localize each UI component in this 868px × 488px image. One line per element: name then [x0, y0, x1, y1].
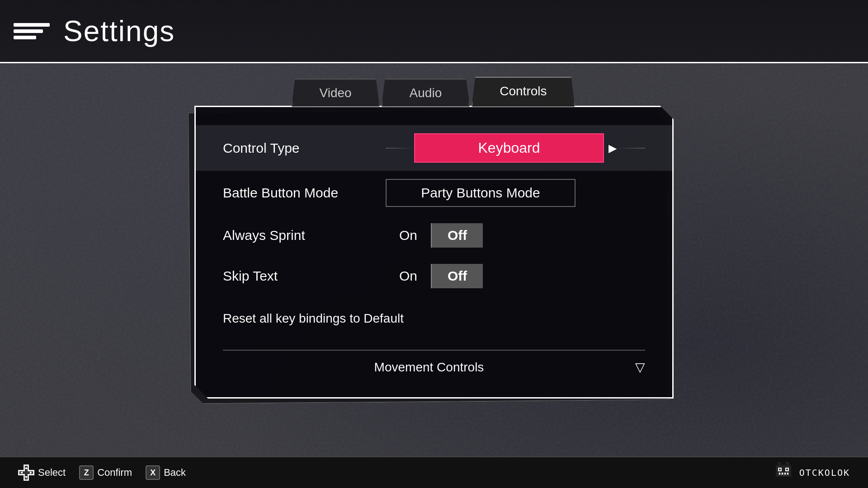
always-sprint-toggle: On Off: [386, 223, 483, 248]
movement-section: Movement Controls ▽: [223, 350, 645, 375]
page-title: Settings: [63, 14, 175, 48]
battle-button-mode-row: Battle Button Mode Party Buttons Mode: [223, 171, 645, 215]
control-type-label: Control Type: [223, 141, 368, 156]
tab-video[interactable]: Video: [292, 79, 380, 107]
skip-text-control: On Off: [386, 264, 645, 288]
svg-rect-13: [779, 473, 780, 474]
movement-controls-label: Movement Controls: [223, 360, 635, 375]
always-sprint-label: Always Sprint: [223, 228, 368, 243]
bottom-bar: Select Z Confirm X Back: [0, 456, 868, 488]
back-key-badge: X: [146, 465, 160, 480]
always-sprint-off[interactable]: Off: [431, 223, 483, 248]
dpad-icon: [18, 465, 34, 481]
svg-rect-14: [782, 473, 783, 474]
header-logo: Settings: [14, 14, 175, 48]
main-content: Video Audio Controls Control Type Keyboa…: [90, 77, 778, 447]
settings-panel: Control Type Keyboard ▶ Battle Button Mo…: [194, 106, 674, 399]
logo-text: OTCKOLOK: [799, 467, 850, 478]
battle-button-mode-label: Battle Button Mode: [223, 185, 368, 201]
battle-button-mode-control: Party Buttons Mode: [386, 179, 645, 207]
svg-rect-10: [779, 469, 781, 470]
back-label: Back: [164, 467, 186, 479]
svg-rect-20: [786, 462, 789, 464]
stripe-1: [14, 23, 50, 27]
selector-arrow-right: ▶: [609, 142, 617, 155]
control-type-control: Keyboard ▶: [386, 133, 645, 163]
reset-row: Reset all key bindings to Default: [223, 296, 645, 341]
confirm-key-badge: Z: [79, 465, 94, 480]
scroll-down-icon[interactable]: ▽: [635, 360, 645, 375]
panel-wrapper: Control Type Keyboard ▶ Battle Button Mo…: [194, 107, 674, 399]
bottom-logo: OTCKOLOK: [772, 461, 850, 484]
back-control: X Back: [146, 465, 186, 480]
confirm-control: Z Confirm: [79, 465, 132, 480]
always-sprint-row: Always Sprint On Off: [223, 215, 645, 256]
skip-text-toggle: On Off: [386, 264, 483, 288]
svg-rect-15: [784, 473, 786, 474]
battle-button-mode-value[interactable]: Party Buttons Mode: [386, 179, 576, 207]
stripe-3: [14, 36, 36, 39]
control-type-row: Control Type Keyboard ▶: [196, 125, 672, 171]
tab-audio[interactable]: Audio: [382, 79, 470, 107]
always-sprint-control: On Off: [386, 223, 645, 248]
selector-line-right: [617, 148, 645, 149]
select-control: Select: [18, 465, 66, 481]
select-label: Select: [38, 467, 66, 479]
header-stripes: [14, 23, 50, 39]
always-sprint-on[interactable]: On: [386, 223, 431, 248]
confirm-label: Confirm: [97, 467, 132, 479]
bottom-controls: Select Z Confirm X Back: [18, 465, 186, 481]
header: Settings: [0, 0, 868, 63]
skip-text-off[interactable]: Off: [431, 264, 483, 288]
svg-rect-19: [778, 462, 781, 464]
control-type-selector: Keyboard ▶: [386, 133, 645, 163]
tab-controls[interactable]: Controls: [472, 77, 575, 107]
svg-rect-16: [787, 473, 788, 474]
reset-bindings-button[interactable]: Reset all key bindings to Default: [223, 305, 404, 333]
control-type-value[interactable]: Keyboard: [414, 133, 604, 163]
skip-text-row: Skip Text On Off: [223, 256, 645, 296]
svg-rect-11: [786, 469, 788, 470]
tabs-container: Video Audio Controls: [292, 77, 577, 107]
skip-text-on[interactable]: On: [386, 264, 431, 288]
selector-line-left: [386, 148, 414, 149]
skip-text-label: Skip Text: [223, 268, 368, 284]
logo-icon: [772, 461, 795, 484]
stripe-2: [14, 29, 43, 33]
